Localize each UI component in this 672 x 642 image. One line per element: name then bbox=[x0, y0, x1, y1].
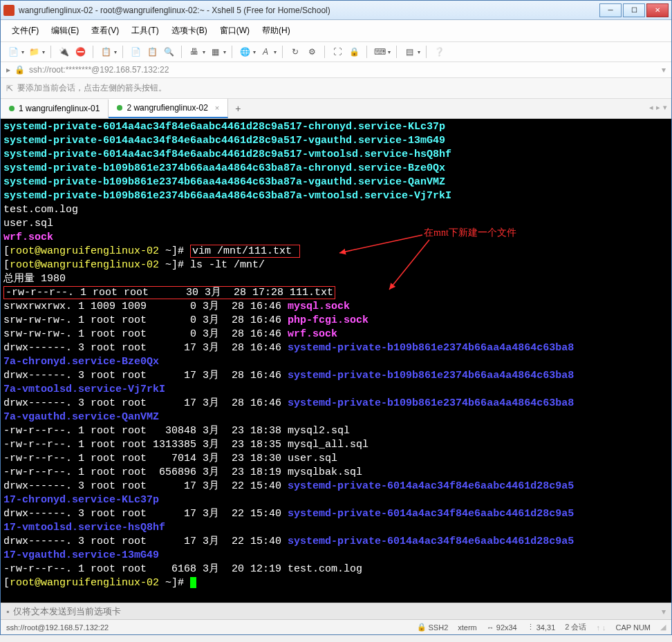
refresh-icon[interactable]: ↻ bbox=[288, 45, 302, 59]
font-icon[interactable]: A bbox=[259, 45, 272, 59]
dropdown-icon[interactable]: ▾ bbox=[662, 65, 666, 75]
cursor-icon: ⋮ bbox=[527, 623, 534, 632]
disconnect-icon[interactable]: ⛔ bbox=[73, 45, 87, 59]
copy-icon[interactable]: 📄 bbox=[129, 45, 142, 59]
lock-icon: 🔒 bbox=[15, 65, 25, 75]
status-sessions: 2 会话 bbox=[565, 622, 586, 632]
address-text[interactable]: ssh://root:********@192.168.57.132:22 bbox=[29, 65, 169, 75]
app-window: wangrufienglinux-02 - root@wangruifengli… bbox=[0, 0, 672, 635]
status-dot-icon bbox=[9, 106, 15, 111]
help-icon[interactable]: ❔ bbox=[432, 45, 446, 59]
down-icon[interactable]: ↓ bbox=[602, 623, 606, 632]
window-title: wangrufienglinux-02 - root@wangruifengli… bbox=[19, 6, 599, 15]
close-tab-icon[interactable]: × bbox=[215, 104, 219, 112]
toolbar: 📄▾ 📁▾ 🔌 ⛔ 📋▾ 📄 📋 🔍 🖶▾ ▦▾ 🌐▾ A▾ ↻ ⚙ ⛶ 🔒 ⌨… bbox=[1, 42, 671, 62]
status-size: 92x34 bbox=[496, 623, 517, 632]
maximize-button[interactable]: ☐ bbox=[623, 3, 645, 17]
new-icon[interactable]: 📄 bbox=[6, 45, 20, 59]
menu-item[interactable]: 查看(V) bbox=[86, 23, 124, 39]
menu-item[interactable]: 编辑(E) bbox=[46, 23, 84, 39]
print-icon[interactable]: 🖶 bbox=[187, 45, 201, 59]
svg-line-1 bbox=[389, 240, 429, 290]
reconnect-icon[interactable]: 🔌 bbox=[57, 45, 71, 59]
status-caps-num: CAP NUM bbox=[615, 623, 651, 632]
hint-text: 要添加当前会话，点击左侧的箭头按钮。 bbox=[17, 82, 167, 94]
dropdown-icon[interactable]: ▾ bbox=[114, 49, 117, 55]
annotation-text: 在mnt下新建一个文件 bbox=[424, 226, 516, 240]
menu-item[interactable]: 窗口(W) bbox=[214, 23, 255, 39]
lock-icon[interactable]: 🔒 bbox=[347, 45, 361, 59]
send-menu-icon[interactable]: ▾ bbox=[662, 607, 666, 616]
close-button[interactable]: ✕ bbox=[646, 3, 669, 17]
fullscreen-icon[interactable]: ⛶ bbox=[330, 45, 344, 59]
tab-next-icon[interactable]: ▸ bbox=[656, 103, 660, 112]
dropdown-icon[interactable]: ▾ bbox=[21, 49, 24, 55]
lock-icon: 🔒 bbox=[417, 623, 427, 632]
app-icon bbox=[3, 5, 15, 16]
dropdown-icon[interactable]: ▾ bbox=[388, 49, 391, 55]
terminal[interactable]: systemd-private-6014a4ac34f84e6aabc4461d… bbox=[1, 119, 671, 603]
session-arrow-icon[interactable]: ▸ bbox=[6, 65, 10, 75]
titlebar[interactable]: wangrufienglinux-02 - root@wangruifengli… bbox=[1, 1, 671, 20]
tab-label: 2 wangrufienglinux-02 bbox=[127, 103, 207, 113]
session-tab[interactable]: 1 wangruifenglinux-01 bbox=[1, 100, 109, 117]
script-icon[interactable]: ⚙ bbox=[305, 45, 319, 59]
session-tab[interactable]: 2 wangrufienglinux-02× bbox=[109, 99, 228, 118]
tab-label: 1 wangruifenglinux-01 bbox=[19, 104, 100, 113]
tabbar: 1 wangruifenglinux-012 wangrufienglinux-… bbox=[1, 99, 671, 119]
up-icon[interactable]: ↑ bbox=[596, 623, 600, 632]
status-cursor-pos: 34,31 bbox=[536, 623, 556, 632]
tab-menu-icon[interactable]: ▾ bbox=[663, 103, 667, 112]
dropdown-icon[interactable]: ▾ bbox=[274, 49, 277, 55]
dropdown-icon[interactable]: ▾ bbox=[203, 49, 205, 55]
dropdown-icon[interactable]: ▾ bbox=[418, 49, 420, 55]
status-connection: ssh://root@192.168.57.132:22 bbox=[6, 623, 109, 632]
statusbar: ssh://root@192.168.57.132:22 🔒SSH2 xterm… bbox=[1, 619, 671, 634]
dropdown-icon[interactable]: ▾ bbox=[253, 49, 256, 55]
paste-icon[interactable]: 📋 bbox=[145, 45, 159, 59]
dropdown-icon[interactable]: ▾ bbox=[223, 49, 226, 55]
menu-item[interactable]: 文件(F) bbox=[6, 23, 44, 39]
minimize-button[interactable]: ─ bbox=[599, 3, 622, 17]
menu-item[interactable]: 选项卡(B) bbox=[166, 23, 213, 39]
addressbar[interactable]: ▸ 🔒 ssh://root:********@192.168.57.132:2… bbox=[1, 62, 671, 78]
send-icon[interactable]: ▪ bbox=[6, 607, 9, 616]
dropdown-icon[interactable]: ▾ bbox=[42, 49, 45, 55]
layout-icon[interactable]: ▦ bbox=[208, 45, 222, 59]
globe-icon[interactable]: 🌐 bbox=[238, 45, 252, 59]
menubar: 文件(F)编辑(E)查看(V)工具(T)选项卡(B)窗口(W)帮助(H) bbox=[1, 20, 671, 42]
tab-prev-icon[interactable]: ◂ bbox=[649, 103, 653, 112]
arrow-icon[interactable]: ⇱ bbox=[6, 84, 13, 93]
tile-icon[interactable]: ▤ bbox=[402, 45, 416, 59]
hint-bar: ⇱ 要添加当前会话，点击左侧的箭头按钮。 bbox=[1, 78, 671, 99]
find-icon[interactable]: 🔍 bbox=[162, 45, 176, 59]
open-icon[interactable]: 📁 bbox=[27, 45, 41, 59]
resize-grip-icon[interactable]: ◢ bbox=[660, 623, 666, 632]
add-tab-button[interactable]: + bbox=[228, 100, 248, 117]
status-termtype: xterm bbox=[458, 623, 477, 632]
resize-icon: ↔ bbox=[487, 623, 494, 632]
menu-item[interactable]: 工具(T) bbox=[126, 23, 164, 39]
svg-line-0 bbox=[339, 235, 422, 253]
status-dot-icon bbox=[117, 105, 122, 111]
status-protocol: SSH2 bbox=[429, 623, 449, 632]
menu-item[interactable]: 帮助(H) bbox=[256, 23, 296, 39]
send-input[interactable] bbox=[13, 606, 657, 616]
keyboard-icon[interactable]: ⌨ bbox=[373, 45, 386, 59]
properties-icon[interactable]: 📋 bbox=[99, 45, 113, 59]
send-bar[interactable]: ▪ ▾ bbox=[1, 603, 671, 619]
